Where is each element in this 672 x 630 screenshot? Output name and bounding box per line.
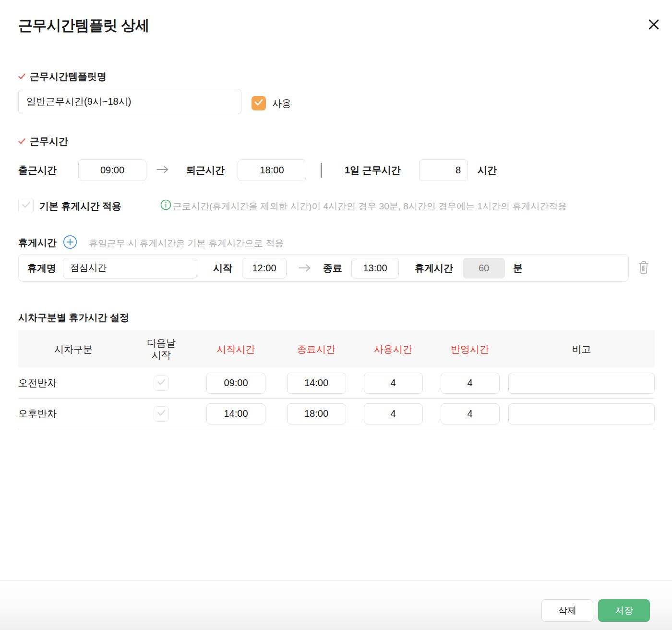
- row-start-input[interactable]: [206, 403, 265, 424]
- start-time-label: 출근시간: [18, 164, 57, 177]
- default-break-info-note: 근로시간(휴게시간을 제외한 시간)이 4시간인 경우 30분, 8시간인 경우…: [173, 200, 567, 213]
- check-icon: [254, 99, 263, 108]
- row-applied-input[interactable]: [441, 373, 500, 394]
- page-title: 근무시간템플릿 상세: [18, 16, 149, 36]
- row-note-input[interactable]: [508, 403, 655, 424]
- delete-button[interactable]: 삭제: [541, 599, 593, 622]
- template-name-label: 근무시간템플릿명: [30, 70, 107, 83]
- default-break-row: 기본 휴게시간 적용 근로시간(휴게시간을 제외한 시간)이 4시간인 경우 3…: [18, 198, 657, 214]
- check-icon: [157, 409, 166, 418]
- header-note: 비고: [508, 343, 655, 355]
- header-end: 종료시간: [278, 343, 355, 355]
- plus-circle-icon: [63, 243, 77, 251]
- default-break-checkbox: [18, 198, 34, 213]
- trash-icon: [637, 269, 650, 277]
- break-section-label: 휴게시간: [18, 236, 57, 249]
- add-break-button[interactable]: [63, 235, 77, 249]
- info-icon: [160, 199, 171, 212]
- delete-break-row-button[interactable]: [636, 259, 652, 277]
- break-end-label: 종료: [323, 262, 342, 275]
- row-category: 오후반차: [18, 407, 129, 420]
- table-row: 오후반차: [18, 399, 655, 429]
- break-section-note: 휴일근무 시 휴게시간은 기본 휴게시간으로 적용: [89, 237, 284, 250]
- worktime-label: 근무시간: [30, 135, 68, 148]
- table-row: 오전반차: [18, 368, 655, 399]
- next-day-checkbox: [154, 406, 169, 422]
- row-applied-input[interactable]: [441, 403, 500, 424]
- next-day-checkbox: [154, 376, 169, 391]
- row-end-input[interactable]: [287, 373, 346, 394]
- default-break-label: 기본 휴게시간 적용: [39, 200, 121, 213]
- row-end-input[interactable]: [287, 403, 346, 424]
- header-next-day: 다음날 시작: [129, 337, 194, 361]
- arrow-right-icon: [156, 165, 169, 174]
- break-start-label: 시작: [213, 262, 232, 275]
- row-note-input[interactable]: [508, 373, 655, 394]
- dialog-footer: 삭제 저장: [0, 580, 672, 630]
- row-category: 오전반차: [18, 376, 129, 389]
- break-end-input[interactable]: [351, 258, 399, 279]
- break-name-label: 휴게명: [27, 262, 56, 275]
- break-duration-input: [463, 258, 505, 279]
- leave-table-title: 시차구분별 휴가시간 설정: [18, 311, 129, 324]
- header-category: 시차구분: [18, 343, 129, 355]
- template-name-label-row: 근무시간템플릿명: [18, 70, 107, 83]
- check-icon: [22, 201, 31, 210]
- daily-hours-label: 1일 근무시간: [345, 164, 401, 177]
- use-checkbox[interactable]: [252, 96, 266, 110]
- header-used: 사용시간: [355, 343, 432, 355]
- break-name-input[interactable]: [63, 258, 197, 279]
- worktime-template-detail-dialog: 근무시간템플릿 상세 근무시간템플릿명 사용 근무시간 출근시간 퇴근: [0, 0, 672, 630]
- break-start-input[interactable]: [242, 258, 287, 279]
- check-icon: [157, 378, 166, 388]
- leave-table-header: 시차구분 다음날 시작 시작시간 종료시간 사용시간 반영시간 비고: [18, 330, 655, 368]
- break-duration-label: 휴게시간: [415, 262, 453, 275]
- break-row-card: 휴게명 시작 종료 휴게시간 분: [18, 254, 629, 282]
- worktime-row: 출근시간 퇴근시간 1일 근무시간 시간: [0, 159, 672, 181]
- row-start-input[interactable]: [206, 373, 265, 394]
- break-section-head: 휴게시간 휴일근무 시 휴게시간은 기본 휴게시간으로 적용: [18, 235, 657, 250]
- required-check-icon: [18, 138, 25, 145]
- vertical-divider: [321, 163, 322, 178]
- break-duration-unit: 분: [513, 262, 523, 275]
- save-button[interactable]: 저장: [598, 599, 650, 622]
- row-used-input[interactable]: [364, 403, 423, 424]
- use-checkbox-row: 사용: [252, 96, 291, 110]
- row-used-input[interactable]: [364, 373, 423, 394]
- start-time-input[interactable]: [78, 159, 146, 181]
- use-checkbox-label: 사용: [272, 97, 291, 110]
- required-check-icon: [18, 73, 25, 80]
- end-time-label: 퇴근시간: [186, 164, 225, 177]
- header-start: 시작시간: [194, 343, 278, 355]
- daily-hours-unit: 시간: [478, 164, 497, 177]
- close-icon: [648, 18, 660, 32]
- header-applied: 반영시간: [432, 343, 508, 355]
- arrow-right-icon: [298, 264, 312, 272]
- worktime-label-row: 근무시간: [18, 135, 68, 148]
- end-time-input[interactable]: [238, 159, 306, 181]
- template-name-input[interactable]: [18, 89, 241, 114]
- leave-table: 시차구분 다음날 시작 시작시간 종료시간 사용시간 반영시간 비고 오전반차: [18, 330, 655, 429]
- daily-hours-input[interactable]: [419, 159, 468, 181]
- close-button[interactable]: [646, 17, 661, 33]
